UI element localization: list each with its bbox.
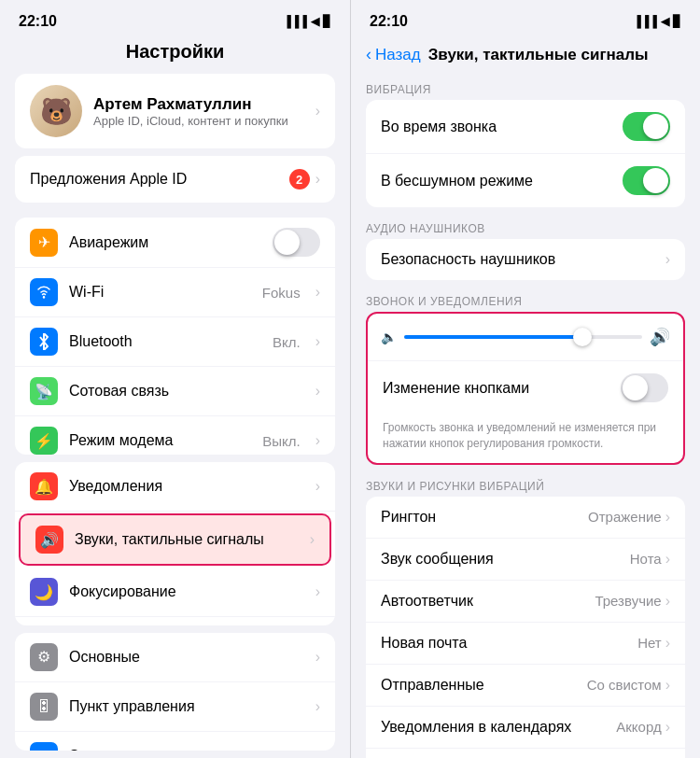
volume-row: 🔈 🔊 [368,314,683,360]
vibration-group: Во время звонка В бесшумном режиме [366,100,685,207]
bluetooth-value: Вкл. [273,334,301,350]
new-mail-label: Новая почта [381,635,467,652]
row-sent-mail[interactable]: Отправленные Со свистом › [366,665,685,707]
back-chevron-icon: ‹ [366,45,371,64]
status-bar-left: 22:10 ▐▐▐ ◀ ▊ [0,0,350,37]
airplane-toggle[interactable] [273,228,320,257]
row-sms-tone[interactable]: Звук сообщения Нота › [366,539,685,581]
volume-low-icon: 🔈 [381,330,397,344]
display-icon-box: AA [30,742,58,751]
change-buttons-toggle[interactable] [621,373,668,402]
suggestion-right: 2 › [289,169,320,190]
change-row[interactable]: Изменение кнопками [368,360,683,414]
cellular-chevron-icon: › [315,383,320,400]
bluetooth-icon-box [30,328,58,356]
airplane-icon-box: ✈ [30,229,58,257]
hotspot-chevron-icon: › [315,432,320,449]
general-chevron-icon: › [315,649,320,666]
hotspot-icon-box: ⚡ [30,427,58,455]
section-header-vibration: ВИБРАЦИЯ [351,76,700,100]
profile-section[interactable]: 🐻 Артем Рахматуллин Apple ID, iCloud, ко… [15,74,335,148]
status-icons-right: ▐▐▐ ◀ ▊ [633,15,681,28]
headphone-safety-right: › [665,251,670,268]
profile-info: Артем Рахматуллин Apple ID, iCloud, конт… [93,95,304,128]
control-center-chevron-icon: › [315,698,320,715]
volume-slider-track[interactable] [404,335,642,339]
right-content: ВИБРАЦИЯ Во время звонка В бесшумном реж… [351,76,700,758]
row-notifications[interactable]: 🔔 Уведомления › [15,462,335,512]
vibration-ring-toggle[interactable] [623,112,670,141]
volume-high-icon: 🔊 [650,327,670,347]
row-control-center[interactable]: 🎛 Пункт управления › [15,682,335,732]
new-mail-value: Нет [637,635,662,651]
row-screen-time[interactable]: ⏱ Экранное время › [15,617,335,625]
row-voicemail[interactable]: Автоответчик Трезвучие › [366,581,685,623]
sms-tone-label: Звук сообщения [381,551,494,568]
volume-slider-thumb[interactable] [573,328,592,346]
row-cellular[interactable]: 📡 Сотовая связь › [15,367,335,416]
row-bluetooth[interactable]: Bluetooth Вкл. › [15,317,335,367]
sms-tone-right: Нота › [630,551,670,568]
row-headphone-safety[interactable]: Безопасность наушников › [366,239,685,280]
notifications-icon-box: 🔔 [30,472,58,500]
wifi-value: Fokus [262,285,301,301]
status-time-left: 22:10 [19,13,57,30]
new-mail-right: Нет › [637,635,670,652]
row-vibration-ring[interactable]: Во время звонка [366,100,685,154]
calendar-alerts-right: Аккорд › [616,719,670,736]
suggestion-row[interactable]: Предложения Apple ID 2 › [15,156,335,203]
section-header-ringtone: ЗВОНОК И УВЕДОМЛЕНИЯ [351,288,700,312]
vibration-silent-label: В бесшумном режиме [381,173,533,190]
hotspot-label: Режим модема [69,432,251,449]
page-title-left: Настройки [0,37,350,74]
sounds-icon-box: 🔊 [35,526,63,554]
row-ringtone[interactable]: Рингтон Отражение › [366,497,685,539]
row-new-mail[interactable]: Новая почта Нет › [366,623,685,665]
row-vibration-silent[interactable]: В бесшумном режиме [366,154,685,207]
general-label: Основные [69,649,304,666]
status-bar-right: 22:10 ▐▐▐ ◀ ▊ [351,0,700,37]
airplane-label: Авиарежим [69,234,261,251]
back-button[interactable]: Назад [375,46,421,64]
cellular-icon-box: 📡 [30,377,58,405]
notifications-chevron-icon: › [315,478,320,495]
row-wifi[interactable]: Wi-Fi Fokus › [15,268,335,317]
general-icon-box: ⚙ [30,643,58,671]
ringtone-label: Рингтон [381,509,436,526]
wifi-label: Wi-Fi [69,284,251,301]
profile-name: Артем Рахматуллин [93,95,304,114]
row-hotspot[interactable]: ⚡ Режим модема Выкл. › [15,416,335,455]
status-time-right: 22:10 [370,13,408,30]
right-page-title: Звуки, тактильные сигналы [428,46,649,64]
sounds-label: Звуки, тактильные сигналы [75,531,299,548]
sent-mail-value: Со свистом [587,677,662,693]
row-sounds[interactable]: 🔊 Звуки, тактильные сигналы › [19,513,331,566]
row-general[interactable]: ⚙ Основные › [15,633,335,682]
settings-group-3: ⚙ Основные › 🎛 Пункт управления › AA Экр… [15,633,335,751]
cellular-label: Сотовая связь [69,383,304,400]
headphone-safety-chevron-icon: › [665,251,670,268]
display-chevron-icon: › [315,748,320,751]
row-airplane[interactable]: ✈ Авиарежим [15,218,335,268]
profile-chevron-icon: › [315,103,320,119]
volume-note: Громкость звонка и уведомлений не изменя… [368,414,683,463]
sms-tone-chevron-icon: › [665,551,670,568]
row-reminders[interactable]: Уведомления Аккорд › [366,749,685,758]
control-center-icon-box: 🎛 [30,693,58,721]
battery-icon-right: ▊ [673,15,681,28]
sent-mail-right: Со свистом › [587,677,670,694]
right-header: ‹ Назад Звуки, тактильные сигналы [351,37,700,76]
wifi-chevron-icon: › [315,284,320,301]
row-focus[interactable]: 🌙 Фокусирование › [15,568,335,617]
right-panel: 22:10 ▐▐▐ ◀ ▊ ‹ Назад Звуки, тактильные … [350,0,700,758]
sent-mail-label: Отправленные [381,677,484,694]
headphone-group: Безопасность наушников › [366,239,685,280]
ringtone-right: Отражение › [588,509,670,526]
calendar-alerts-value: Аккорд [616,719,661,735]
vibration-silent-toggle[interactable] [623,166,670,195]
row-display[interactable]: AA Экран и яркость › [15,732,335,751]
sounds-chevron-icon: › [310,531,315,548]
signal-icon: ▐▐▐ [283,15,307,28]
focus-chevron-icon: › [315,583,320,600]
row-calendar-alerts[interactable]: Уведомления в календарях Аккорд › [366,707,685,749]
